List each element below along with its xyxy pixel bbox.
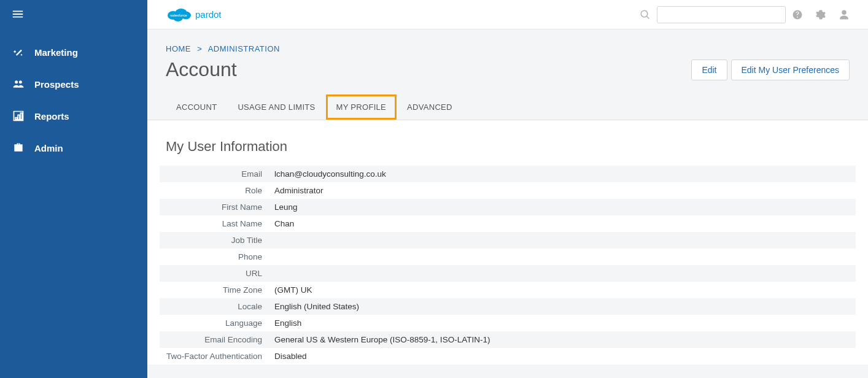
page-title: Account — [166, 58, 237, 81]
edit-preferences-button[interactable]: Edit My User Preferences — [731, 60, 850, 80]
gear-icon[interactable] — [809, 6, 832, 24]
tab-account[interactable]: ACCOUNT — [166, 94, 227, 120]
users-icon — [11, 78, 26, 90]
sidebar-item-label: Marketing — [34, 47, 78, 58]
breadcrumb-home[interactable]: HOME — [166, 44, 191, 53]
sidebar-item-reports[interactable]: Reports — [0, 100, 147, 132]
field-value-phone — [268, 249, 856, 265]
field-value-job-title — [268, 232, 856, 249]
field-value-url — [268, 265, 856, 282]
help-icon[interactable] — [786, 6, 809, 24]
field-label-job-title: Job Title — [160, 232, 268, 249]
user-info-table: Email lchan@cloudyconsulting.co.uk Role … — [160, 166, 856, 364]
hamburger-menu[interactable] — [0, 0, 147, 30]
main-area: salesforce pardot HOME — [147, 0, 868, 378]
wand-icon — [11, 46, 26, 58]
field-label-email: Email — [160, 166, 268, 182]
salesforce-cloud-icon: salesforce — [166, 4, 192, 25]
table-row: Email lchan@cloudyconsulting.co.uk — [160, 166, 856, 182]
brand-product-text: pardot — [195, 9, 222, 20]
table-row: Two-Factor Authentication Disabled — [160, 348, 856, 364]
table-row: Locale English (United States) — [160, 298, 856, 315]
field-label-role: Role — [160, 182, 268, 199]
sidebar-item-marketing[interactable]: Marketing — [0, 36, 147, 68]
field-label-language: Language — [160, 315, 268, 331]
field-value-role: Administrator — [268, 182, 856, 199]
breadcrumb-separator: > — [197, 44, 202, 53]
breadcrumb: HOME > ADMINISTRATION — [147, 29, 868, 57]
table-row: Language English — [160, 315, 856, 331]
field-value-email-encoding: General US & Western Europe (ISO-8859-1,… — [268, 331, 856, 348]
page-content: HOME > ADMINISTRATION Account Edit Edit … — [147, 29, 868, 378]
table-row: First Name Leung — [160, 199, 856, 215]
sidebar-nav: Marketing Prospects Reports Admin — [0, 30, 147, 164]
sidebar-item-admin[interactable]: Admin — [0, 132, 147, 164]
edit-button[interactable]: Edit — [691, 60, 727, 80]
field-value-locale: English (United States) — [268, 298, 856, 315]
field-label-two-factor: Two-Factor Authentication — [160, 348, 268, 364]
field-label-first-name: First Name — [160, 199, 268, 215]
table-row: URL — [160, 265, 856, 282]
sidebar-item-prospects[interactable]: Prospects — [0, 68, 147, 100]
table-row: Role Administrator — [160, 182, 856, 199]
breadcrumb-administration[interactable]: ADMINISTRATION — [208, 44, 280, 53]
table-row: Job Title — [160, 232, 856, 249]
field-label-phone: Phone — [160, 249, 268, 265]
search-icon[interactable] — [634, 6, 657, 24]
field-value-first-name: Leung — [268, 199, 856, 215]
search-input[interactable] — [657, 6, 786, 23]
field-label-time-zone: Time Zone — [160, 282, 268, 298]
field-label-locale: Locale — [160, 298, 268, 315]
svg-text:salesforce: salesforce — [170, 14, 187, 17]
page-header: Account Edit Edit My User Preferences — [147, 57, 868, 81]
field-label-last-name: Last Name — [160, 215, 268, 232]
tabs: ACCOUNT USAGE AND LIMITS MY PROFILE ADVA… — [147, 81, 868, 120]
tab-my-profile[interactable]: MY PROFILE — [326, 94, 397, 120]
field-label-email-encoding: Email Encoding — [160, 331, 268, 348]
brand: salesforce pardot — [166, 4, 222, 25]
tab-advanced[interactable]: ADVANCED — [397, 94, 463, 120]
hamburger-icon — [11, 7, 25, 21]
field-value-two-factor: Disabled — [268, 348, 856, 364]
user-icon[interactable] — [832, 6, 856, 24]
topbar: salesforce pardot — [147, 0, 868, 29]
bar-chart-icon — [11, 110, 26, 122]
briefcase-icon — [11, 142, 26, 154]
sidebar-item-label: Admin — [34, 143, 63, 153]
field-label-url: URL — [160, 265, 268, 282]
section-title: My User Information — [147, 120, 868, 166]
table-row: Last Name Chan — [160, 215, 856, 232]
field-value-language: English — [268, 315, 856, 331]
field-value-last-name: Chan — [268, 215, 856, 232]
table-row: Email Encoding General US & Western Euro… — [160, 331, 856, 348]
sidebar-item-label: Reports — [34, 111, 69, 122]
field-value-email: lchan@cloudyconsulting.co.uk — [268, 166, 856, 182]
field-value-time-zone: (GMT) UK — [268, 282, 856, 298]
table-row: Time Zone (GMT) UK — [160, 282, 856, 298]
section-my-user-information: My User Information Email lchan@cloudyco… — [147, 120, 868, 364]
tab-usage-and-limits[interactable]: USAGE AND LIMITS — [227, 94, 325, 120]
sidebar: Marketing Prospects Reports Admin — [0, 0, 147, 378]
table-row: Phone — [160, 249, 856, 265]
sidebar-item-label: Prospects — [34, 79, 79, 90]
